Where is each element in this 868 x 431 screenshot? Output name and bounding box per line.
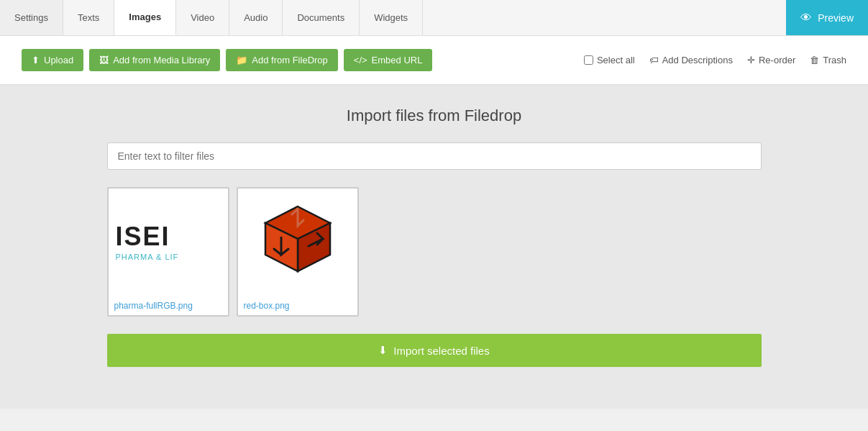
tab-audio-label: Audio bbox=[244, 12, 268, 23]
tab-documents-label: Documents bbox=[297, 12, 344, 23]
reorder-label: Re-order bbox=[759, 55, 795, 65]
tab-widgets[interactable]: Widgets bbox=[360, 0, 423, 35]
add-media-library-button[interactable]: 🖼 Add from Media Library bbox=[89, 49, 220, 71]
tab-documents[interactable]: Documents bbox=[283, 0, 360, 35]
trash-label: Trash bbox=[823, 55, 846, 65]
top-navigation: Settings Texts Images Video Audio Docume… bbox=[0, 0, 868, 36]
file-card-label-redbox: red-box.png bbox=[238, 296, 357, 315]
trash-icon: 🗑 bbox=[810, 55, 819, 65]
filter-input[interactable] bbox=[107, 142, 762, 170]
toolbar: ⬆ Upload 🖼 Add from Media Library 📁 Add … bbox=[0, 36, 868, 85]
filedrop-icon: 📁 bbox=[236, 55, 247, 65]
tab-settings-label: Settings bbox=[14, 12, 48, 23]
media-library-icon: 🖼 bbox=[99, 55, 109, 65]
main-content: Import files from Filedrop ISEI PHARMA &… bbox=[0, 85, 868, 409]
import-button-wrapper: ⬇ Import selected files bbox=[107, 334, 762, 367]
file-grid: ISEI PHARMA & LIF pharma-fullRGB.png bbox=[107, 187, 762, 317]
tab-list: Settings Texts Images Video Audio Docume… bbox=[0, 0, 786, 35]
embed-url-label: Embed URL bbox=[372, 55, 423, 65]
tab-video-label: Video bbox=[191, 12, 214, 23]
tab-audio[interactable]: Audio bbox=[229, 0, 283, 35]
pharma-text-sub: PHARMA & LIF bbox=[116, 253, 179, 261]
file-card-image-pharma: ISEI PHARMA & LIF bbox=[109, 189, 228, 296]
add-filedrop-label: Add from FileDrop bbox=[252, 55, 327, 65]
preview-label: Preview bbox=[818, 12, 854, 24]
add-filedrop-button[interactable]: 📁 Add from FileDrop bbox=[226, 49, 337, 71]
upload-icon: ⬆ bbox=[32, 55, 40, 65]
file-card-redbox[interactable]: red-box.png bbox=[237, 187, 359, 317]
add-media-label: Add from Media Library bbox=[113, 55, 210, 65]
section-title: Import files from Filedrop bbox=[22, 106, 846, 125]
trash-item[interactable]: 🗑 Trash bbox=[810, 55, 846, 65]
toolbar-left: ⬆ Upload 🖼 Add from Media Library 📁 Add … bbox=[22, 49, 432, 71]
select-all-item[interactable]: Select all bbox=[584, 55, 635, 65]
tab-images-label: Images bbox=[129, 12, 161, 22]
embed-icon: </> bbox=[354, 55, 367, 65]
tab-video[interactable]: Video bbox=[176, 0, 229, 35]
toolbar-right: Select all 🏷 Add Descriptions ✛ Re-order… bbox=[584, 55, 846, 65]
reorder-item[interactable]: ✛ Re-order bbox=[747, 55, 795, 65]
tag-icon: 🏷 bbox=[649, 55, 659, 65]
file-card-image-redbox bbox=[238, 189, 357, 296]
import-selected-button[interactable]: ⬇ Import selected files bbox=[107, 334, 762, 367]
pharma-logo: ISEI PHARMA & LIF bbox=[109, 189, 228, 296]
upload-button[interactable]: ⬆ Upload bbox=[22, 49, 83, 71]
file-card-label-pharma: pharma-fullRGB.png bbox=[109, 296, 228, 315]
reorder-icon: ✛ bbox=[747, 55, 755, 65]
red-box-svg bbox=[251, 196, 344, 289]
red-box-image bbox=[238, 189, 357, 296]
pharma-text-main: ISEI bbox=[116, 224, 170, 250]
import-down-icon: ⬇ bbox=[378, 344, 388, 357]
add-descriptions-label: Add Descriptions bbox=[662, 55, 733, 65]
tab-texts[interactable]: Texts bbox=[63, 0, 114, 35]
add-descriptions-item[interactable]: 🏷 Add Descriptions bbox=[649, 55, 733, 65]
preview-button[interactable]: 👁 Preview bbox=[786, 0, 868, 35]
upload-label: Upload bbox=[44, 55, 73, 65]
tab-texts-label: Texts bbox=[78, 12, 99, 23]
import-btn-label: Import selected files bbox=[393, 345, 489, 357]
tab-settings[interactable]: Settings bbox=[0, 0, 63, 35]
eye-icon: 👁 bbox=[800, 12, 812, 24]
select-all-checkbox[interactable] bbox=[584, 55, 593, 65]
embed-url-button[interactable]: </> Embed URL bbox=[344, 49, 433, 71]
select-all-label: Select all bbox=[597, 55, 635, 65]
tab-widgets-label: Widgets bbox=[374, 12, 408, 23]
file-card-pharma[interactable]: ISEI PHARMA & LIF pharma-fullRGB.png bbox=[107, 187, 229, 317]
tab-images[interactable]: Images bbox=[114, 0, 176, 35]
